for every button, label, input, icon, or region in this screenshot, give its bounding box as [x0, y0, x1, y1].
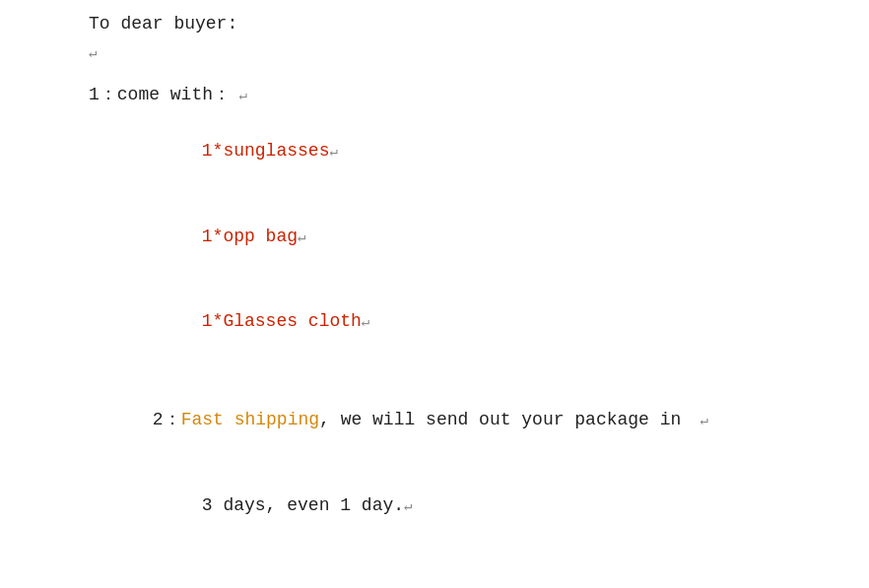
item1-text: 1*sunglasses — [202, 141, 330, 161]
section2-line1: 2：Fast shipping, we will send out your p… — [89, 378, 780, 463]
section2-days: 3 days, even 1 day. — [202, 495, 404, 515]
item2-line: 1*opp bag↵ — [89, 194, 780, 279]
section3-line1: 3：Original Production， high quality, fac… — [89, 561, 780, 588]
item3-text: 1*Glasses cloth — [202, 311, 362, 331]
section1-label: 1：come with： ↵ — [89, 81, 780, 109]
greeting-block: To dear buyer: ↵ — [89, 10, 780, 67]
section2-label: 2： — [153, 410, 181, 429]
section1-block: 1：come with： ↵ 1*sunglasses↵ 1*opp bag↵ … — [89, 81, 780, 364]
greeting-text: To dear buyer: — [89, 10, 780, 38]
section2-block: 2：Fast shipping, we will send out your p… — [89, 378, 780, 549]
item1-line: 1*sunglasses↵ — [89, 108, 780, 193]
return-1: ↵ — [89, 45, 97, 61]
content-area: To dear buyer: ↵ 1：come with： ↵ 1*sungla… — [0, 0, 869, 588]
item3-line: 1*Glasses cloth↵ — [89, 279, 780, 363]
item2-text: 1*opp bag — [202, 227, 298, 246]
section2-line2: 3 days, even 1 day.↵ — [89, 463, 780, 548]
section2-rest: , we will send out your package in — [319, 410, 692, 429]
section3-block: 3：Original Production， high quality, fac… — [89, 561, 780, 588]
section2-fast-shipping: Fast shipping — [181, 410, 319, 429]
